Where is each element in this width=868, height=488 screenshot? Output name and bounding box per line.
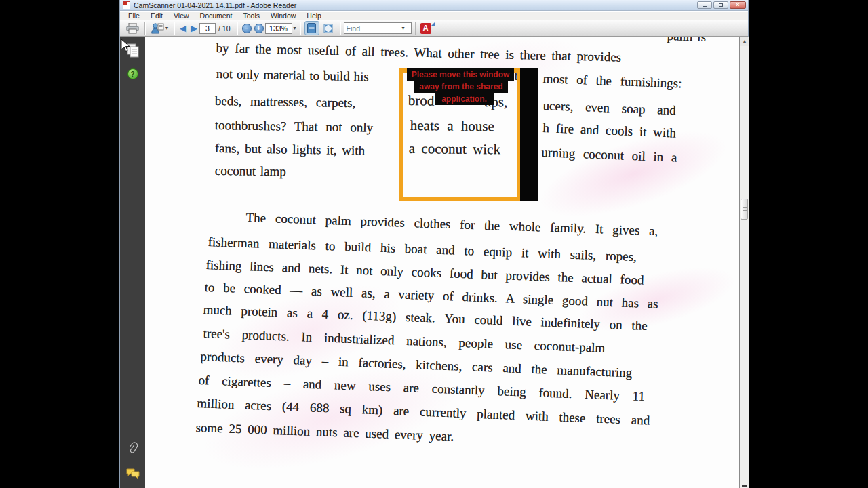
acrobat-button[interactable]: A [419,22,435,35]
scroll-up-icon: ▲ [743,39,747,43]
paperclip-icon [127,442,138,458]
previous-page-button[interactable]: ◀ [178,23,189,33]
restore-icon [719,3,723,7]
find-dropdown-caret[interactable]: ▾ [402,25,405,31]
menu-help[interactable]: Help [301,12,327,20]
next-page-button[interactable]: ▶ [189,23,199,33]
restore-button[interactable] [713,1,728,9]
acrobat-arrow-icon [431,22,435,26]
document-text-line: toothbrushes? That not only [215,118,374,136]
menu-document[interactable]: Document [195,12,238,20]
document-pane: ? palm is by far [120,37,748,488]
scroll-up-button[interactable]: ▲ [740,37,749,46]
title-bar[interactable]: CamScanner 01-04-2021 14.11.pdf - Adobe … [120,0,748,11]
document-text-line: palm is [667,37,706,45]
menu-view[interactable]: View [168,12,195,20]
share-warning-line2: away from the shared [414,81,508,93]
toolbar-separator [415,22,416,35]
window-title: CamScanner 01-04-2021 14.11.pdf - Adobe … [134,1,296,9]
menu-edit[interactable]: Edit [145,12,168,20]
zoom-out-button[interactable]: − [242,24,252,33]
pdf-file-icon [123,1,130,9]
comments-icon [126,468,140,480]
toolbar: ▾ ◀ ▶ / 10 − + 133% ▾ [120,20,748,37]
menu-tools[interactable]: Tools [237,12,265,20]
menu-file[interactable]: File [123,12,145,20]
help-button[interactable]: ? [120,68,145,79]
toolbar-separator [340,22,340,35]
zoom-dropdown-caret[interactable]: ▾ [294,25,296,31]
scrolling-mode-button[interactable] [304,21,319,35]
print-button[interactable] [124,21,141,35]
close-icon: × [736,2,739,8]
attachments-panel-button[interactable] [120,442,145,458]
collaborate-dropdown-caret[interactable]: ▾ [165,25,168,31]
pdf-page: palm is by far the most useful of all tr… [145,37,739,488]
minimize-icon [703,6,707,7]
minimize-button[interactable] [697,1,712,9]
document-text-line: beds, mattresses, carpets, [215,94,356,110]
menu-window[interactable]: Window [265,12,301,20]
acrobat-icon: A [420,23,431,34]
scrolling-page-icon [307,23,316,33]
document-text-line: fans, but also lights it, with [215,141,366,158]
document-text-line: h fire and cools it with [542,121,676,141]
fullscreen-icon [323,24,333,33]
comments-panel-button[interactable] [120,468,145,480]
toolbar-separator [144,22,145,35]
document-text-line: ucers, even soap and [542,98,676,118]
zoom-in-button[interactable]: + [254,24,264,33]
fullscreen-mode-button[interactable] [321,21,336,35]
printer-icon [126,23,139,34]
document-text-line: not only material to build his [216,66,369,84]
toolbar-separator [300,22,300,35]
menu-bar: File Edit View Document Tools Window Hel… [120,12,748,20]
zoom-level-value[interactable]: 133% [265,23,292,34]
help-icon: ? [127,68,138,79]
vertical-scrollbar[interactable]: ▲ [739,37,749,488]
close-button[interactable]: × [730,1,746,9]
share-warning-line1: Please move this window [407,68,514,81]
page-number-input[interactable] [199,23,216,34]
navigation-strip: ? [120,37,145,488]
scroll-down-button[interactable] [742,485,747,487]
find-input[interactable] [347,24,401,33]
screen-share-black-bar [520,68,538,201]
mouse-cursor [121,39,131,56]
find-field-container: ▾ [344,22,412,34]
share-warning-line3: application. [435,93,494,105]
toolbar-separator [237,22,237,35]
adobe-reader-window: CamScanner 01-04-2021 14.11.pdf - Adobe … [119,0,749,488]
page-count-label: / 10 [218,24,231,33]
collaborate-button[interactable]: ▾ [149,21,170,35]
toolbar-separator [174,22,174,35]
collaborate-icon [151,22,164,34]
document-text-line: coconut lamp [215,163,286,179]
scrollbar-thumb[interactable] [741,199,748,220]
document-text-line: most of the furnishings: [542,71,682,91]
